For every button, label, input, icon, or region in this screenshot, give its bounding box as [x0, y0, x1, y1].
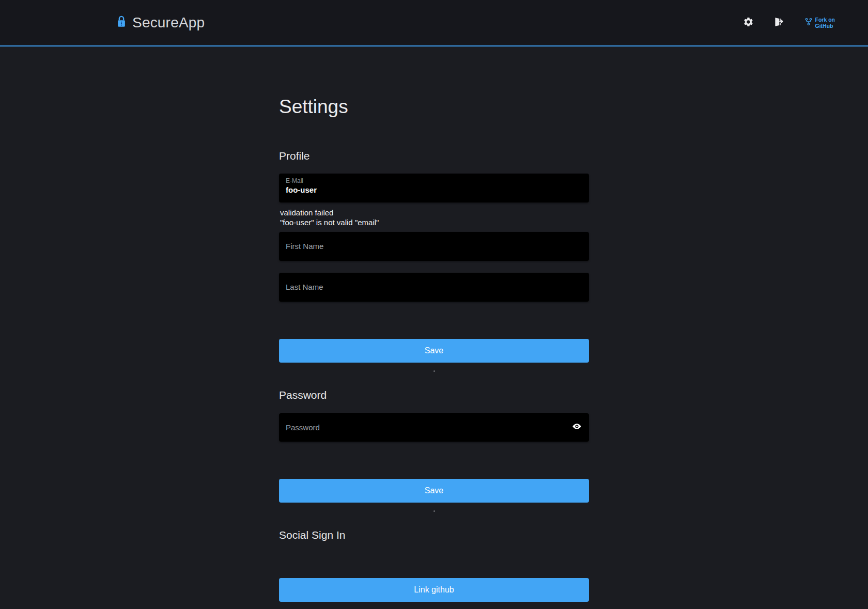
email-field[interactable]: E-Mail — [279, 174, 589, 202]
header-actions: Fork on GitHub — [742, 17, 835, 29]
password-heading: Password — [279, 388, 589, 401]
lock-icon — [116, 15, 127, 28]
save-password-button[interactable]: Save — [279, 479, 589, 503]
fork-link-text: Fork on GitHub — [815, 17, 835, 29]
password-input[interactable] — [286, 423, 568, 432]
password-field[interactable] — [279, 413, 589, 442]
save-profile-button[interactable]: Save — [279, 339, 589, 363]
fork-link-line1: Fork on — [815, 17, 835, 23]
git-fork-icon — [804, 18, 813, 28]
email-label: E-Mail — [286, 177, 582, 185]
last-name-field[interactable] — [279, 273, 589, 302]
app-title: SecureApp — [132, 14, 205, 31]
social-sign-in-heading: Social Sign In — [279, 528, 589, 541]
fork-link-line2: GitHub — [815, 23, 835, 29]
show-password-button[interactable] — [572, 421, 582, 433]
profile-heading: Profile — [279, 149, 589, 162]
app-header: SecureApp — [0, 0, 868, 46]
last-name-input[interactable] — [286, 283, 582, 291]
email-input[interactable] — [286, 185, 582, 194]
brand: SecureApp — [116, 14, 205, 31]
fork-on-github-link[interactable]: Fork on GitHub — [804, 17, 835, 29]
page-title: Settings — [279, 96, 589, 118]
section-dot — [433, 370, 435, 372]
email-validation-message: validation failed "foo-user" is not vali… — [279, 208, 589, 227]
first-name-input[interactable] — [286, 242, 582, 251]
eye-icon — [572, 421, 582, 433]
link-github-button[interactable]: Link github — [279, 578, 589, 602]
section-dot — [433, 510, 435, 512]
gear-icon — [743, 17, 754, 29]
logout-button[interactable] — [772, 17, 785, 29]
logout-icon — [773, 17, 784, 29]
settings-button[interactable] — [742, 17, 755, 29]
validation-line1: validation failed — [280, 208, 589, 217]
validation-line2: "foo-user" is not valid "email" — [280, 217, 589, 227]
first-name-field[interactable] — [279, 232, 589, 261]
settings-page: Settings Profile E-Mail validation faile… — [279, 46, 589, 602]
